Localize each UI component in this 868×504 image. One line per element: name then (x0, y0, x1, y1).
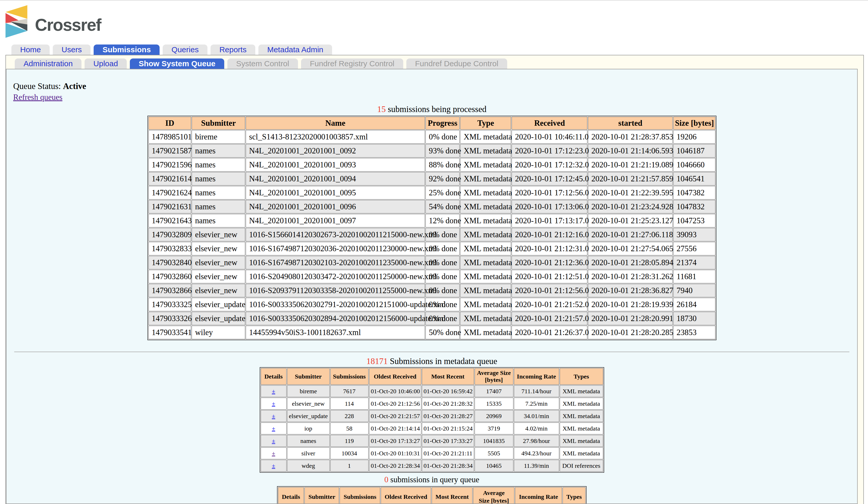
table-row: 1479021643namesN4L_20201001_20201001_009… (148, 214, 715, 227)
cell: XML metadata (460, 228, 511, 241)
cell: 01-Oct-20 21:14:14 (369, 422, 421, 434)
cell: 1479032840 (148, 256, 192, 269)
cell: 7617 (330, 385, 369, 397)
cell: 2020-10-01 21:28:19.939 (588, 298, 672, 311)
cell: 27556 (673, 242, 715, 255)
details-cell: ± (261, 398, 287, 410)
cell: 1479021624 (148, 186, 192, 199)
cell: N4L_20201001_20201001_0097 (246, 214, 425, 227)
table-row: 1478985101biremescl_S1413-81232020001003… (148, 130, 715, 144)
cell: 0% done (425, 242, 460, 255)
subtab-fundref-dedupe-control: Fundref Dedupe Control (406, 59, 507, 69)
expand-details-link[interactable]: ± (272, 388, 275, 394)
nav-tab-users[interactable]: Users (53, 44, 91, 55)
table-row: 1479021614namesN4L_20201001_20201001_009… (148, 172, 715, 185)
cell: 1047382 (673, 186, 715, 199)
cell: names (192, 172, 245, 185)
cell: 18730 (673, 312, 715, 325)
subtab-upload[interactable]: Upload (85, 59, 127, 69)
cell: 2020-10-01 21:12:36.0 (512, 256, 587, 269)
processing-count: 15 (377, 104, 386, 114)
top-header-bar: Crossref (0, 1, 868, 44)
column-header: Name (246, 117, 425, 130)
processing-table: IDSubmitterNameProgressTypeReceivedstart… (147, 116, 716, 340)
cell: XML metadata (460, 214, 511, 227)
cell: names (192, 214, 245, 227)
cell: 0% done (425, 228, 460, 241)
cell: iop (287, 422, 330, 434)
cell: 2020-10-01 10:46:11.0 (512, 130, 587, 144)
column-header: Submitter (287, 368, 330, 385)
cell: 2020-10-01 21:23:24.928 (588, 200, 672, 214)
cell: 1046187 (673, 144, 715, 157)
cell: 01-Oct-20 17:33:27 (422, 435, 474, 447)
table-row: ±wdeg101-Oct-20 21:28:3401-Oct-20 21:28:… (261, 460, 603, 472)
cell: 1047253 (673, 214, 715, 227)
table-row: 1479021587namesN4L_20201001_20201001_009… (148, 144, 715, 157)
nav-tab-reports[interactable]: Reports (210, 44, 255, 55)
nav-tab-queries[interactable]: Queries (163, 44, 207, 55)
cell: wiley (192, 326, 245, 339)
cell: DOI references (560, 460, 603, 472)
expand-details-link[interactable]: ± (272, 400, 275, 407)
cell: 27.98/hour (514, 435, 559, 447)
column-header: Submitter (304, 487, 339, 504)
nav-tab-submissions[interactable]: Submissions (94, 44, 159, 55)
column-header: Progress (425, 117, 460, 130)
cell: 2020-10-01 21:21:52.0 (512, 298, 587, 311)
cell: 1016-S1674987120302036-20201002011230000… (246, 242, 425, 255)
cell: 2020-10-01 21:27:54.065 (588, 242, 672, 255)
cell: 2020-10-01 17:13:06.0 (512, 200, 587, 214)
metadata-queue-caption: 18171 Submissions in metadata queue (7, 356, 857, 367)
cell: 1016-S2093791120303358-20201002011255000… (246, 284, 425, 297)
cell: 228 (330, 410, 369, 422)
column-header: Type (460, 117, 511, 130)
queue-status-label: Queue Status: (13, 82, 61, 91)
cell: 50% done (425, 326, 460, 339)
cell: 7940 (673, 284, 715, 297)
nav-tab-home[interactable]: Home (11, 44, 50, 55)
cell: 2020-10-01 17:12:45.0 (512, 172, 587, 185)
expand-details-link[interactable]: ± (272, 438, 275, 444)
details-cell: ± (261, 410, 287, 422)
cell: bireme (287, 385, 330, 397)
cell: 2020-10-01 17:12:32.0 (512, 158, 587, 172)
expand-details-link[interactable]: ± (272, 462, 275, 469)
cell: elsevier_new (192, 228, 245, 241)
cell: 1479032860 (148, 270, 192, 283)
expand-details-link[interactable]: ± (272, 450, 275, 457)
column-header: Details (278, 487, 304, 504)
cell: 01-Oct-20 21:28:27 (422, 410, 474, 422)
cell: 114 (330, 398, 369, 410)
submissions-subnav: AdministrationUploadShow System QueueSys… (6, 55, 863, 69)
query-queue-table: DetailsSubmitterSubmissionsOldest Receiv… (277, 486, 587, 504)
cell: 1478985101 (148, 130, 192, 144)
crossref-logo[interactable]: Crossref (6, 5, 868, 38)
column-header: Submissions (330, 368, 369, 385)
cell: 5505 (475, 448, 514, 459)
subtab-show-system-queue[interactable]: Show System Queue (130, 59, 224, 69)
table-row: 1479033541wiley14455994v50iS3-1001182637… (148, 326, 715, 339)
refresh-queues-link[interactable]: Refresh queues (13, 93, 62, 102)
subtab-administration[interactable]: Administration (15, 59, 82, 69)
cell: XML metadata (560, 422, 603, 434)
table-row: 1479032840elsevier_new1016-S167498712030… (148, 256, 715, 269)
cell: 10034 (330, 448, 369, 459)
cell: 2020-10-01 21:28:20.285 (588, 326, 672, 339)
cell: XML metadata (460, 312, 511, 325)
cell: 2020-10-01 21:12:16.0 (512, 228, 587, 241)
cell: silver (287, 448, 330, 459)
expand-details-link[interactable]: ± (272, 413, 275, 419)
nav-tab-metadata-admin[interactable]: Metadata Admin (258, 44, 332, 55)
cell: 1016-S0033350620302791-20201002012151000… (246, 298, 425, 311)
cell: 1 (330, 460, 369, 472)
cell: names (192, 200, 245, 214)
cell: 54% done (425, 200, 460, 214)
cell: 01-Oct-20 10:46:00 (369, 385, 421, 397)
metadata-queue-header-row: DetailsSubmitterSubmissionsOldest Receiv… (261, 368, 603, 385)
query-queue-header-row: DetailsSubmitterSubmissionsOldest Receiv… (278, 487, 586, 504)
cell: XML metadata (560, 448, 603, 459)
expand-details-link[interactable]: ± (272, 425, 275, 432)
cell: 1479033326 (148, 312, 192, 325)
primary-nav: HomeUsersSubmissionsQueriesReportsMetada… (0, 44, 868, 55)
